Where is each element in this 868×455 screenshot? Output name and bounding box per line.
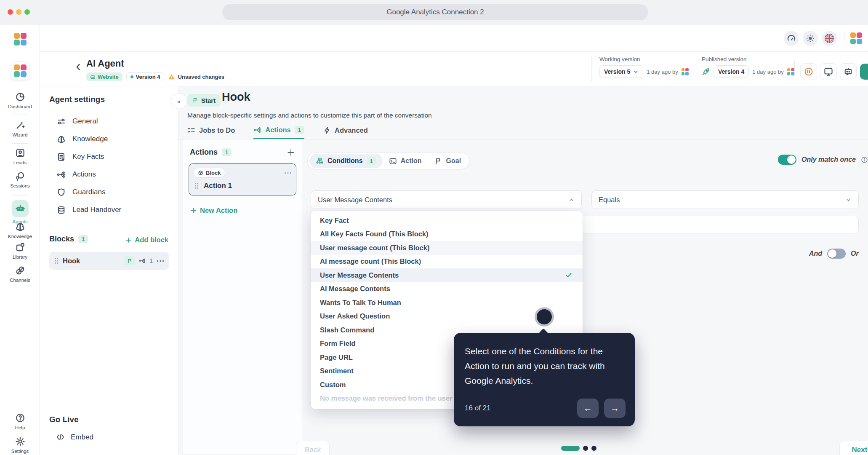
sessions-icon [0, 171, 40, 181]
website-badge-label: Website [98, 74, 119, 80]
block-title: Hook [222, 91, 250, 104]
sidebar-item-label: Leads [0, 160, 40, 165]
tab-advanced[interactable]: Advanced [323, 123, 368, 139]
condition-field-value: User Message Contents [318, 196, 392, 204]
only-match-once-toggle[interactable] [778, 155, 796, 165]
sidebar-item-library[interactable]: Library [0, 242, 40, 260]
theme-toggle-button[interactable] [803, 31, 818, 46]
step-dot[interactable] [583, 446, 588, 451]
step-dot-active[interactable] [561, 446, 580, 451]
sidebar-item-knowledge[interactable]: Knowledge [0, 222, 40, 239]
new-action-button[interactable]: New Action [190, 206, 302, 214]
brain-icon [0, 222, 40, 232]
branch-icon [253, 126, 261, 134]
block-subtitle: Manage block-specific settings and actio… [187, 112, 432, 119]
window-minimize-button[interactable] [16, 9, 21, 15]
usage-gauge-button[interactable] [784, 31, 799, 46]
only-match-once-label: Only match once [801, 156, 856, 163]
sidebar-item-channels[interactable]: Channels [0, 265, 40, 283]
settings-item-label: Lead Handover [72, 206, 121, 214]
sidebar-item-wizard[interactable]: Wizard [0, 120, 40, 137]
panel-title: Agent settings [49, 95, 105, 104]
back-button[interactable]: Back [296, 441, 330, 455]
dropdown-option-selected[interactable]: User Message Contents [311, 268, 583, 282]
tour-next-button[interactable]: → [604, 399, 626, 418]
published-version-section: Published version Version 4 1 day ago by [694, 56, 794, 82]
add-action-plus-icon[interactable] [287, 148, 295, 157]
action-card[interactable]: Block Action 1 [189, 163, 296, 195]
browser-address-pill[interactable]: Google Analytics Connection 2 [222, 4, 648, 20]
option-label: All Key Facts Found (This Block) [320, 230, 429, 238]
pause-agent-button[interactable] [800, 63, 817, 80]
settings-item-label: Key Facts [72, 153, 104, 161]
collapse-panel-button[interactable]: « [171, 93, 187, 109]
tab-jobs-to-do[interactable]: Jobs to Do [187, 123, 235, 139]
tour-prev-button[interactable]: ← [577, 399, 599, 418]
sidebar-item-label: Help [0, 425, 40, 430]
condition-mode-tabs: Conditions 1 Action Goal [307, 153, 469, 169]
chevron-up-icon [568, 197, 575, 203]
sidebar-item-help[interactable]: Help [0, 413, 40, 430]
sidebar-item-dashboard[interactable]: Dashboard [0, 92, 40, 109]
settings-item-general[interactable]: General [40, 112, 179, 130]
tour-tooltip-text: Select one of the Conditions for the Act… [465, 344, 624, 388]
unsaved-changes-indicator: Unsaved changes [168, 73, 224, 80]
settings-item-lead-handover[interactable]: Lead Handover [40, 201, 179, 219]
window-close-button[interactable] [8, 9, 13, 15]
settings-item-actions[interactable]: Actions [40, 166, 179, 183]
dropdown-option[interactable]: AI message count (This Block) [311, 255, 583, 269]
sun-icon [806, 34, 815, 43]
actions-list-panel: Actions 1 Block Action 1 New Action [183, 139, 302, 455]
chevron-down-icon [845, 197, 852, 203]
block-action-count: 1 [149, 257, 153, 264]
gauge-icon [787, 34, 796, 43]
add-block-button[interactable]: Add block [125, 236, 168, 244]
save-button[interactable]: Save [860, 64, 868, 80]
dropdown-option[interactable]: AI Message Contents [311, 282, 583, 296]
condition-field-select[interactable]: User Message Contents [311, 190, 582, 209]
warning-icon [168, 73, 175, 80]
working-version-select[interactable]: Version 5 [599, 65, 643, 78]
block-item-hook[interactable]: Hook 1 [49, 252, 169, 270]
settings-item-key-facts[interactable]: Key Facts [40, 148, 179, 166]
dropdown-option[interactable]: User message count (This Block) [311, 241, 583, 255]
next-button-label: Next [852, 446, 868, 454]
condition-operator-value: Equals [599, 196, 620, 204]
tab-conditions[interactable]: Conditions 1 [309, 154, 383, 168]
ellipsis-menu-icon[interactable] [157, 260, 164, 262]
option-label: Page URL [320, 353, 353, 361]
action-menu-icon[interactable] [284, 172, 292, 174]
tab-actions[interactable]: Actions 1 [253, 123, 304, 139]
utility-topbar [40, 25, 868, 52]
tab-action[interactable]: Action [383, 154, 428, 168]
embed-item[interactable]: Embed [56, 433, 93, 442]
drag-handle-icon[interactable] [54, 257, 59, 264]
settings-item-knowledge[interactable]: Knowledge [40, 130, 179, 148]
back-chevron-icon[interactable] [74, 62, 83, 72]
condition-operator-select[interactable]: Equals [591, 190, 859, 209]
and-or-toggle[interactable] [827, 249, 846, 259]
test-chatbot-button[interactable] [840, 63, 857, 80]
sidebar-item-agents[interactable]: Agents [0, 200, 40, 224]
workspace-switcher[interactable] [11, 62, 29, 80]
settings-item-guardians[interactable]: Guardians [40, 183, 179, 201]
dropdown-option[interactable]: Key Fact [311, 214, 583, 228]
sidebar-item-label: Sessions [0, 183, 40, 188]
account-avatar[interactable] [850, 32, 862, 44]
sidebar-item-leads[interactable]: Leads [0, 148, 40, 165]
app-logo [14, 33, 27, 46]
language-button[interactable] [822, 31, 837, 46]
drag-handle-icon[interactable] [194, 182, 199, 189]
sidebar-item-settings[interactable]: Settings [0, 436, 40, 454]
embed-label: Embed [71, 433, 93, 442]
dropdown-option[interactable]: All Key Facts Found (This Block) [311, 228, 583, 241]
window-zoom-button[interactable] [24, 9, 30, 15]
preview-desktop-button[interactable] [820, 63, 837, 80]
tab-goal[interactable]: Goal [428, 154, 468, 168]
go-live-title: Go Live [49, 415, 79, 424]
step-dot[interactable] [591, 446, 596, 451]
settings-item-label: General [72, 117, 98, 126]
sidebar-item-sessions[interactable]: Sessions [0, 171, 40, 188]
check-icon [565, 271, 572, 279]
next-button[interactable]: Next [839, 441, 868, 455]
